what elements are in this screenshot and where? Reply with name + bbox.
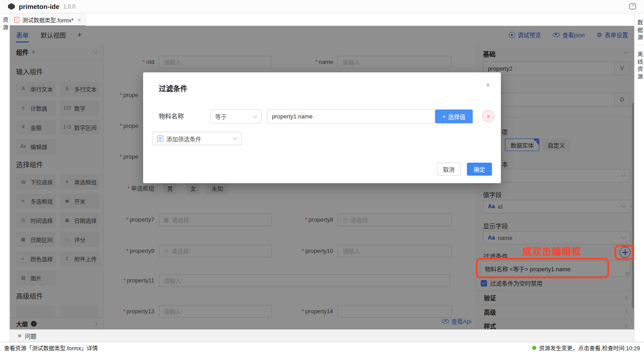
text-input[interactable] — [272, 113, 430, 120]
title-bar: primeton-ide 1.0.0 — [0, 0, 644, 13]
app-logo-icon — [8, 3, 15, 10]
status-right[interactable]: 资源发生变更，点击查看,检查时间:10:29 — [532, 344, 640, 352]
status-bar: 查看资源「测试数据类型.formx」详情 资源发生变更，点击查看,检查时间:10… — [0, 342, 644, 353]
filter-condition-modal: 过滤条件 × 物料名称 等于 +选择值 × T添加筛选条件 取消 确定 — [143, 72, 501, 183]
sidebar-tab-datasource[interactable]: 数据源 — [635, 17, 644, 45]
form-file-icon — [14, 17, 19, 23]
app-window: primeton-ide 1.0.0 资源 数据源 离线资源 测试数据类型.fo… — [0, 0, 644, 353]
document-tab[interactable]: 测试数据类型.formx* × — [10, 13, 86, 26]
close-tab-icon[interactable]: × — [78, 17, 81, 23]
close-icon[interactable]: × — [486, 81, 490, 89]
right-dock-strip: 数据源 离线资源 — [634, 13, 644, 342]
status-ok-icon — [532, 346, 536, 350]
modal-title: 过滤条件 — [159, 83, 187, 93]
status-left-text[interactable]: 查看资源「测试数据类型.formx」详情 — [4, 344, 98, 352]
annotation-hint-text: 或双击编辑框 — [522, 244, 581, 257]
annotation-box-plus — [614, 245, 634, 260]
document-tab-bar: 测试数据类型.formx* × — [10, 13, 634, 26]
remove-condition-button[interactable]: × — [482, 110, 495, 122]
list-icon: ≡ — [18, 332, 21, 339]
cancel-button[interactable]: 取消 — [437, 163, 461, 176]
select-value-button[interactable]: +选择值 — [435, 109, 473, 123]
sidebar-tab-resources[interactable]: 资源 — [0, 17, 9, 32]
app-name: primeton-ide — [19, 3, 59, 10]
document-tab-title: 测试数据类型.formx* — [22, 16, 74, 24]
plus-icon: + — [442, 113, 446, 120]
annotation-box-textarea — [476, 258, 609, 278]
operator-select[interactable]: 等于 — [210, 109, 262, 123]
status-right-text: 资源发生变更，点击查看,检查时间:10:29 — [539, 344, 640, 352]
field-template-icon: T — [157, 135, 163, 142]
add-condition-select[interactable]: T添加筛选条件 — [152, 132, 242, 145]
chevron-down-icon — [253, 113, 258, 118]
left-dock-strip: 资源 — [0, 13, 10, 342]
problems-bar[interactable]: ≡ 问题 — [10, 329, 634, 342]
condition-value-input[interactable] — [267, 109, 435, 123]
save-icon[interactable] — [629, 4, 636, 9]
ok-button[interactable]: 确定 — [467, 163, 492, 176]
sidebar-tab-offline-resources[interactable]: 离线资源 — [635, 49, 644, 84]
condition-field-label: 物料名称 — [159, 109, 184, 123]
app-version: 1.0.0 — [64, 4, 76, 10]
chevron-down-icon — [233, 136, 237, 140]
